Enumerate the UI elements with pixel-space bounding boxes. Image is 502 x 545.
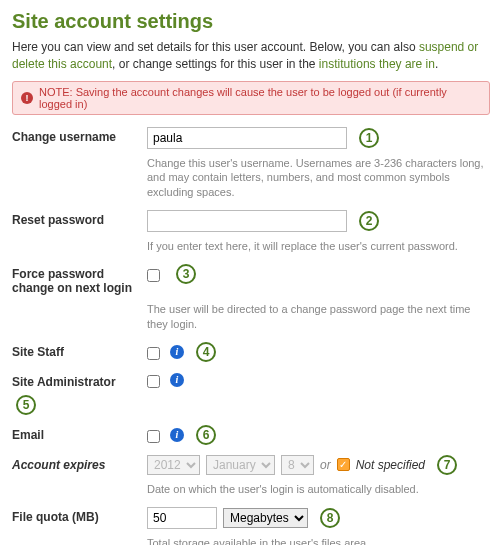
file-quota-label: File quota (MB) xyxy=(12,507,147,524)
file-quota-input[interactable] xyxy=(147,507,217,529)
info-icon[interactable]: i xyxy=(170,373,184,387)
not-specified-checkbox[interactable]: ✓ xyxy=(337,458,350,471)
annotation-badge-1: 1 xyxy=(359,128,379,148)
expires-day-select[interactable]: 8 xyxy=(281,455,314,475)
email-label: Email xyxy=(12,425,147,442)
file-quota-unit-select[interactable]: Megabytes xyxy=(223,508,308,528)
expires-year-select[interactable]: 2012 xyxy=(147,455,200,475)
site-admin-checkbox[interactable] xyxy=(147,375,160,388)
info-icon[interactable]: i xyxy=(170,428,184,442)
or-text: or xyxy=(320,458,331,472)
annotation-badge-6: 6 xyxy=(196,425,216,445)
change-username-label: Change username xyxy=(12,127,147,144)
reset-password-input[interactable] xyxy=(147,210,347,232)
site-staff-checkbox[interactable] xyxy=(147,347,160,360)
annotation-badge-3: 3 xyxy=(176,264,196,284)
intro-part3: . xyxy=(435,57,438,71)
warning-text: NOTE: Saving the account changes will ca… xyxy=(39,86,481,110)
file-quota-help: Total storage available in the user's fi… xyxy=(147,536,490,546)
annotation-badge-2: 2 xyxy=(359,211,379,231)
site-staff-label: Site Staff xyxy=(12,342,147,359)
force-password-checkbox[interactable] xyxy=(147,269,160,282)
annotation-badge-7: 7 xyxy=(437,455,457,475)
warning-note: ! NOTE: Saving the account changes will … xyxy=(12,81,490,115)
annotation-badge-5: 5 xyxy=(16,395,36,415)
intro-part2: , or change settings for this user in th… xyxy=(112,57,319,71)
force-password-help: The user will be directed to a change pa… xyxy=(147,302,490,332)
account-expires-help: Date on which the user's login is automa… xyxy=(147,482,490,497)
force-password-label: Force password change on next login xyxy=(12,264,147,295)
page-title: Site account settings xyxy=(12,10,490,33)
reset-password-help: If you enter text here, it will replace … xyxy=(147,239,490,254)
expires-month-select[interactable]: January xyxy=(206,455,275,475)
change-username-input[interactable] xyxy=(147,127,347,149)
info-icon[interactable]: i xyxy=(170,345,184,359)
account-expires-label: Account expires xyxy=(12,455,147,472)
change-username-help: Change this user's username. Usernames a… xyxy=(147,156,490,201)
intro-part1: Here you can view and set details for th… xyxy=(12,40,419,54)
site-admin-label: Site Administrator xyxy=(12,375,116,389)
email-checkbox[interactable] xyxy=(147,430,160,443)
intro-text: Here you can view and set details for th… xyxy=(12,39,490,73)
not-specified-label: Not specified xyxy=(356,458,425,472)
annotation-badge-8: 8 xyxy=(320,508,340,528)
institutions-link[interactable]: institutions they are in xyxy=(319,57,435,71)
reset-password-label: Reset password xyxy=(12,210,147,227)
annotation-badge-4: 4 xyxy=(196,342,216,362)
alert-icon: ! xyxy=(21,92,33,104)
